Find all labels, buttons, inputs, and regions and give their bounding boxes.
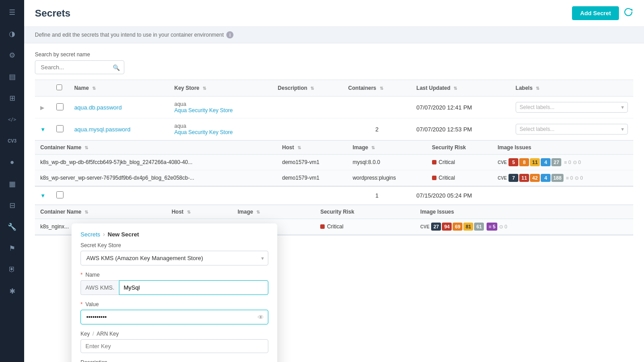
badge-high: 8 xyxy=(519,158,529,166)
extra-icon3: ⊙ 0 xyxy=(499,224,507,230)
badge-medium: 11 xyxy=(530,158,540,166)
badge-medium: 42 xyxy=(530,174,540,182)
row1-labels-select[interactable]: Select labels... ▾ xyxy=(516,102,628,113)
name-prefix: AWS KMS. xyxy=(80,280,119,295)
row3-key-store xyxy=(169,186,272,205)
shield-icon[interactable]: ⛨ xyxy=(5,263,19,276)
settings-icon[interactable]: ⚙ xyxy=(5,48,19,62)
expand-row1-button[interactable]: ▶ xyxy=(40,105,44,111)
row2-labels-select[interactable]: Select labels... ▾ xyxy=(516,124,628,135)
key-input[interactable] xyxy=(80,339,268,353)
row2-last-updated: 07/07/2020 12:53 PM xyxy=(411,118,510,140)
description-group: Description xyxy=(80,359,268,362)
nested-col-security3: Security Risk xyxy=(315,205,415,219)
search-input[interactable] xyxy=(35,60,124,74)
desc-sort-icon: ⇅ xyxy=(310,86,314,91)
col-name[interactable]: Name ⇅ xyxy=(69,80,169,97)
select-all-checkbox[interactable] xyxy=(56,84,62,90)
row2-description xyxy=(272,118,343,140)
value-group: * Value 👁 xyxy=(80,301,268,324)
key-store-select-wrapper: AWS KMS (Amazon Key Management Store) ▾ xyxy=(80,251,268,265)
nested-col-host: Host ⇅ xyxy=(277,141,347,155)
row3-name xyxy=(69,186,169,205)
nested-table-row2: Container Name ⇅ Host ⇅ Image ⇅ Security… xyxy=(35,140,633,187)
row1-key-store-link[interactable]: Aqua Security Key Store xyxy=(174,107,267,114)
cve-label: CVE xyxy=(498,160,507,165)
show-value-icon[interactable]: 👁 xyxy=(258,314,264,321)
nested-image-sort-icon: ⇅ xyxy=(371,145,375,150)
badge-critical: 7 xyxy=(508,174,518,182)
critical-icon3 xyxy=(320,224,325,229)
row2-key-store-link[interactable]: Aqua Security Key Store xyxy=(174,129,267,135)
col-description[interactable]: Description ⇅ xyxy=(272,80,343,97)
grid-icon[interactable]: ⊞ xyxy=(5,91,19,105)
nested-col-container-name3: Container Name ⇅ xyxy=(35,205,166,219)
cv3-label[interactable]: CV3 xyxy=(5,134,19,147)
name-input[interactable] xyxy=(119,280,268,295)
last-updated-sort-icon: ⇅ xyxy=(453,86,457,91)
col-containers[interactable]: Containers ⇅ xyxy=(343,80,411,97)
table-body: ▶ aqua.db.password aqua Aqua Security Ke… xyxy=(35,97,633,236)
layers-icon[interactable]: ▤ xyxy=(5,70,19,83)
row1-key-store-name: aqua xyxy=(174,101,267,107)
search-label: Search by secret name xyxy=(35,51,633,58)
trophy-icon[interactable]: ⚑ xyxy=(5,241,19,255)
breadcrumb-separator: › xyxy=(103,231,105,238)
nested-inner-table: Container Name ⇅ Host ⇅ Image ⇅ Security… xyxy=(35,140,633,186)
nested-image-issues: CVE 7 11 42 4 188 ≡ 0 ⊙ 0 xyxy=(498,174,628,182)
badge-c3: 27 xyxy=(431,223,441,231)
menu-icon[interactable]: ☰ xyxy=(5,5,19,19)
nested-image: wordpress:plugins xyxy=(347,170,426,186)
critical-icon xyxy=(432,176,436,180)
col-last-updated[interactable]: Last Updated ⇅ xyxy=(411,80,510,97)
value-input[interactable] xyxy=(80,310,268,324)
add-secret-button[interactable]: Add Secret xyxy=(572,6,619,20)
table-row: ▶ aqua.db.password aqua Aqua Security Ke… xyxy=(35,97,633,118)
row3-checkbox[interactable] xyxy=(56,191,64,198)
row3-description xyxy=(272,186,343,205)
table-row: ▼ 1 07/15/2020 05:24 PM xyxy=(35,186,633,205)
nested-security-risk: Critical xyxy=(432,175,487,181)
nested-col-host3: Host ⇅ xyxy=(166,205,233,219)
row1-checkbox[interactable] xyxy=(56,103,64,110)
info-icon: i xyxy=(226,31,233,38)
refresh-button[interactable] xyxy=(623,7,633,19)
dashboard-icon[interactable]: ◑ xyxy=(5,27,19,40)
col-key-store[interactable]: Key Store ⇅ xyxy=(169,80,272,97)
badge-low: 4 xyxy=(541,174,551,182)
new-secret-modal: Secrets › New Secret Secret Key Store AW… xyxy=(72,223,277,362)
breadcrumb-secrets-link[interactable]: Secrets xyxy=(80,231,100,238)
info-text: Define and edit the secrets that you int… xyxy=(35,32,224,38)
code-icon[interactable]: </> xyxy=(5,113,19,126)
row1-description xyxy=(272,97,343,118)
nested-header-row: Container Name ⇅ Host ⇅ Image ⇅ Security… xyxy=(35,141,633,155)
row3-last-updated: 07/15/2020 05:24 PM xyxy=(411,186,510,205)
search-section: Search by secret name 🔍 xyxy=(24,43,644,80)
users-icon[interactable]: ● xyxy=(5,156,19,169)
nested-table-row: k8s_wp-server_wp-server-76795df9b6-dx4p6… xyxy=(35,170,633,186)
cve-label3: CVE xyxy=(420,224,430,229)
calendar-icon[interactable]: ▦ xyxy=(5,177,19,190)
expand-row3-button[interactable]: ▼ xyxy=(40,193,46,199)
key-store-select[interactable]: AWS KMS (Amazon Key Management Store) xyxy=(80,251,268,265)
row1-name-link[interactable]: aqua.db.password xyxy=(74,104,122,111)
info-bar: Define and edit the secrets that you int… xyxy=(24,27,644,43)
key-store-group: Secret Key Store AWS KMS (Amazon Key Man… xyxy=(80,242,268,265)
extra-icon2: ⊙ 0 xyxy=(573,160,581,165)
key-separator: / xyxy=(93,331,94,337)
table-row: ▼ aqua.mysql.password aqua Aqua Security… xyxy=(35,118,633,140)
row1-last-updated: 07/07/2020 12:41 PM xyxy=(411,97,510,118)
asterisk-icon[interactable]: ✱ xyxy=(5,284,19,298)
breadcrumb-current: New Secret xyxy=(108,231,139,238)
value-label: * Value xyxy=(80,301,268,307)
report-icon[interactable]: ⊟ xyxy=(5,198,19,212)
row1-containers xyxy=(343,97,411,118)
arn-key-label: ARN Key xyxy=(97,331,119,337)
expand-row2-button[interactable]: ▼ xyxy=(40,126,46,133)
col-labels[interactable]: Labels ⇅ xyxy=(510,80,633,97)
sidebar: ☰ ◑ ⚙ ▤ ⊞ </> CV3 ● ▦ ⊟ 🔧 ⚑ ⛨ ✱ xyxy=(0,0,24,362)
row2-checkbox[interactable] xyxy=(56,125,64,132)
wrench-icon[interactable]: 🔧 xyxy=(5,220,19,233)
row2-name-link[interactable]: aqua.mysql.password xyxy=(74,126,131,133)
containers-sort-icon: ⇅ xyxy=(380,86,383,91)
